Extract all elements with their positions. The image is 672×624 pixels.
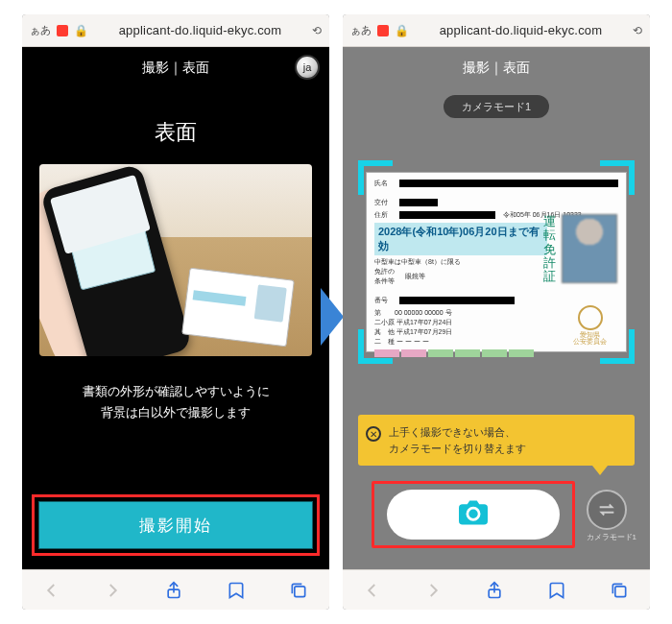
page-content-right: 撮影｜表面 カメラモード1 氏名 交付 住所 令和05年 06月16日 1033…: [343, 47, 650, 569]
id-seal-line: 愛知県: [573, 331, 607, 339]
tabs-icon[interactable]: [610, 581, 629, 600]
id-cond-label: 免許の 条件等: [374, 267, 401, 286]
recording-indicator-icon: [377, 25, 389, 36]
back-icon[interactable]: [364, 582, 381, 599]
back-icon[interactable]: [43, 582, 60, 599]
camera-mode-pill[interactable]: カメラモード1: [444, 95, 549, 118]
share-icon[interactable]: [164, 581, 183, 600]
phone-card-preview: [69, 224, 156, 291]
redacted-bar: [399, 211, 495, 219]
capture-button-highlight: [372, 481, 575, 548]
id-name-label: 氏名: [374, 179, 396, 188]
text-size-control[interactable]: ぁあ: [350, 23, 372, 37]
mode-switch-label: カメラモード1: [587, 532, 636, 542]
page-header-title: 撮影｜表面: [463, 60, 530, 77]
recording-indicator-icon: [57, 25, 68, 36]
phone-right-screen: ぁあ 🔒 applicant-do.liquid-ekyc.com ⟲ 撮影｜表…: [343, 14, 650, 610]
address-url[interactable]: applicant-do.liquid-ekyc.com: [94, 23, 306, 37]
lock-icon: 🔒: [74, 24, 88, 37]
id-line: 二小原 平成17年07月24日: [374, 318, 538, 327]
start-button-highlight: 撮影開始: [32, 494, 320, 556]
instruction-line: 背景は白以外で撮影します: [32, 402, 320, 423]
page-header: 撮影｜表面: [343, 47, 650, 89]
id-num-label: 番号: [374, 296, 396, 305]
instruction-illustration: [39, 164, 312, 356]
id-seal-line: 公安委員会: [573, 338, 607, 346]
bookmarks-icon[interactable]: [547, 581, 566, 600]
lock-icon: 🔒: [395, 24, 409, 37]
text-size-control[interactable]: ぁあ: [30, 23, 51, 37]
safari-toolbar: [22, 569, 329, 610]
redacted-bar: [399, 297, 515, 304]
address-url[interactable]: applicant-do.liquid-ekyc.com: [415, 23, 627, 37]
bookmarks-icon[interactable]: [227, 581, 246, 600]
safari-address-bar: ぁあ 🔒 applicant-do.liquid-ekyc.com ⟲: [343, 14, 650, 47]
id-num-value: 第 00 00000 00000 号: [374, 308, 538, 318]
capture-viewport: 氏名 交付 住所 令和05年 06月16日 10333 2028年(令和10年)…: [364, 166, 629, 358]
redacted-bar: [399, 199, 438, 206]
phone-left-screen: ぁあ 🔒 applicant-do.liquid-ekyc.com ⟲ 撮影｜表…: [22, 14, 329, 610]
page-header: 撮影｜表面 ja: [22, 47, 329, 89]
id-glasses: 眼鏡等: [405, 272, 425, 281]
id-expiry: 2028年(令和10年)06月20日まで有効: [374, 223, 547, 255]
close-hint-icon[interactable]: ✕: [366, 426, 381, 442]
hint-line: カメラモードを切り替えます: [389, 441, 623, 457]
reload-icon[interactable]: ⟲: [633, 24, 642, 37]
main-title: 表面: [22, 118, 329, 147]
forward-icon[interactable]: [424, 582, 442, 599]
instruction-line: 書類の外形が確認しやすいように: [32, 381, 320, 402]
forward-icon[interactable]: [104, 582, 121, 599]
desk-card-illustration: [181, 268, 295, 348]
page-content-left: 撮影｜表面 ja 表面 書類の外形が確認しやすいように 背景は白以外で撮影します…: [22, 47, 329, 569]
reload-icon[interactable]: ⟲: [312, 24, 322, 37]
id-line: 其 他 平成17年07月29日: [374, 327, 538, 337]
language-badge[interactable]: ja: [295, 55, 320, 80]
page-header-title: 撮影｜表面: [142, 60, 209, 77]
instruction-text: 書類の外形が確認しやすいように 背景は白以外で撮影します: [32, 381, 320, 423]
id-mark-label: 交付: [374, 198, 396, 207]
id-condition: 中型車は中型車（8t）に限る: [374, 257, 538, 267]
safari-address-bar: ぁあ 🔒 applicant-do.liquid-ekyc.com ⟲: [22, 14, 329, 47]
drivers-license-card: 氏名 交付 住所 令和05年 06月16日 10333 2028年(令和10年)…: [366, 172, 627, 352]
id-addr-label: 住所: [374, 210, 396, 220]
id-photo: [563, 215, 616, 282]
svg-rect-3: [614, 586, 625, 596]
id-line: 二 種 ー ー ー ー: [374, 337, 538, 347]
hint-line: 上手く撮影できない場合、: [389, 424, 623, 441]
camera-mode-switch[interactable]: カメラモード1: [587, 490, 636, 542]
id-seal: 愛知県 公安委員会: [573, 305, 607, 346]
svg-rect-1: [294, 586, 304, 596]
share-icon[interactable]: [485, 581, 504, 600]
capture-button[interactable]: [387, 490, 560, 540]
hint-banner: ✕ 上手く撮影できない場合、 カメラモードを切り替えます: [358, 415, 635, 466]
id-doc-title: 運転免許証: [541, 215, 557, 283]
flow-arrow-icon: [321, 288, 344, 346]
safari-toolbar: [343, 569, 650, 610]
tabs-icon[interactable]: [289, 581, 308, 600]
swap-icon: [587, 490, 627, 530]
camera-icon: [459, 500, 488, 529]
redacted-bar: [399, 180, 618, 187]
id-category-bars: [374, 349, 538, 357]
start-capture-button[interactable]: 撮影開始: [38, 501, 313, 549]
